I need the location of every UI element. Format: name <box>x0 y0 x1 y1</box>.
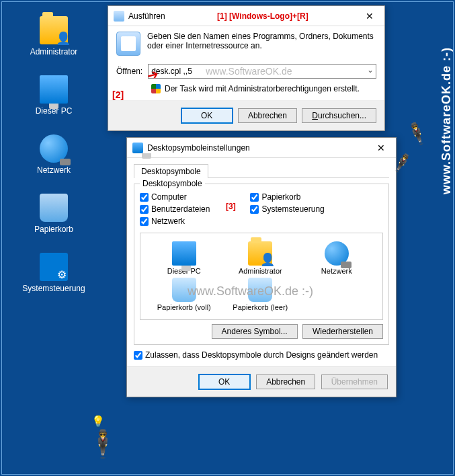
stick-figure-icon: 🕴 <box>401 117 435 150</box>
icon-label: Papierkorb <box>16 225 91 234</box>
preview-administrator[interactable]: Administrator <box>222 241 299 275</box>
browse-button[interactable]: Durchsuchen... <box>302 108 376 123</box>
icon-label: Administrator <box>16 47 91 56</box>
folder-user-icon <box>40 16 68 44</box>
run-dialog: Ausführen [1] [Windows-Logo]+[R] ✕ Geben… <box>108 5 385 131</box>
titlebar[interactable]: Desktopsymboleinstellungen ✕ <box>127 138 396 158</box>
check-network[interactable]: Netzwerk <box>140 216 210 226</box>
pc-icon <box>40 75 68 104</box>
icon-preview-list[interactable]: Dieser PC Administrator Netzwerk Papierk… <box>140 233 383 320</box>
cancel-button[interactable]: Abbrechen <box>238 108 297 123</box>
titlebar[interactable]: Ausführen [1] [Windows-Logo]+[R] ✕ <box>108 6 384 26</box>
check-user-files[interactable]: Benutzerdateien <box>140 204 210 214</box>
group-title: Desktopsymbole <box>140 179 205 188</box>
check-control-panel[interactable]: Systemsteuerung <box>250 204 324 214</box>
annotation-2: [2] <box>112 89 124 100</box>
preview-bin-empty[interactable]: Papierkorb (leer) <box>222 278 299 311</box>
side-watermark: www.SoftwareOK.de :-) <box>440 47 454 194</box>
preview-network[interactable]: Netzwerk <box>298 241 375 275</box>
restore-default-button[interactable]: Wiederherstellen <box>302 324 383 339</box>
open-label: Öffnen: <box>116 67 142 76</box>
desktop-icon-recycle-bin[interactable]: Papierkorb <box>13 191 94 237</box>
icon-label: Systemsteuerung <box>16 284 91 293</box>
desktop-icon-control-panel[interactable]: Systemsteuerung <box>13 250 94 296</box>
close-button[interactable]: ✕ <box>372 143 390 153</box>
network-icon <box>40 134 68 163</box>
change-icon-button[interactable]: Anderes Symbol... <box>212 324 298 339</box>
annotation-3: [3] <box>226 202 236 211</box>
desktop-icon-administrator[interactable]: Administrator <box>13 13 94 59</box>
apply-button[interactable]: Übernehmen <box>321 374 388 389</box>
network-icon <box>325 241 349 266</box>
lightbulb-icon: 💡 <box>91 415 105 428</box>
recycle-bin-full-icon <box>172 278 196 302</box>
recycle-bin-empty-icon <box>248 278 272 302</box>
settings-icon <box>132 143 143 153</box>
preview-this-pc[interactable]: Dieser PC <box>146 241 222 275</box>
ok-button[interactable]: OK <box>181 108 233 124</box>
preview-bin-full[interactable]: Papierkorb (voll) <box>146 278 222 311</box>
desktop-icon-settings-dialog: Desktopsymboleinstellungen ✕ Desktopsymb… <box>126 137 397 397</box>
stick-figure-icon: 🕴 <box>86 428 120 460</box>
check-recycle-bin[interactable]: Papierkorb <box>250 192 324 202</box>
open-input[interactable] <box>148 64 376 79</box>
folder-user-icon <box>248 241 272 266</box>
open-combobox[interactable]: www.SoftwareOK.de <box>148 64 376 79</box>
desktop-icons-group: Desktopsymbole Computer Benutzerdateien … <box>134 184 389 345</box>
control-panel-icon <box>40 253 68 281</box>
admin-note: Der Task wird mit Administratorberechtig… <box>165 84 360 93</box>
run-big-icon <box>116 32 140 56</box>
desktop-icon-network[interactable]: Netzwerk <box>13 132 94 177</box>
desktop-icons: Administrator Dieser PC Netzwerk Papierk… <box>13 13 94 309</box>
icon-label: Netzwerk <box>16 165 91 175</box>
desktop-icon-this-pc[interactable]: Dieser PC <box>13 73 94 118</box>
recycle-bin-icon <box>40 194 68 222</box>
tab-desktop-icons[interactable]: Desktopsymbole <box>134 164 208 178</box>
annotation-1: [1] [Windows-Logo]+[R] <box>217 11 308 21</box>
pc-icon <box>172 241 196 266</box>
allow-themes-checkbox[interactable]: Zulassen, dass Desktopsymbole durch Desi… <box>134 350 389 360</box>
close-button[interactable]: ✕ <box>360 11 379 22</box>
run-description: Geben Sie den Namen eines Programms, Ord… <box>147 32 376 56</box>
run-icon <box>114 11 124 22</box>
settings-title: Desktopsymboleinstellungen <box>147 143 250 153</box>
uac-shield-icon <box>151 84 161 93</box>
cancel-button[interactable]: Abbrechen <box>256 374 315 389</box>
ok-button[interactable]: OK <box>198 374 251 390</box>
check-computer[interactable]: Computer <box>140 192 210 202</box>
run-title: Ausführen <box>128 11 165 21</box>
